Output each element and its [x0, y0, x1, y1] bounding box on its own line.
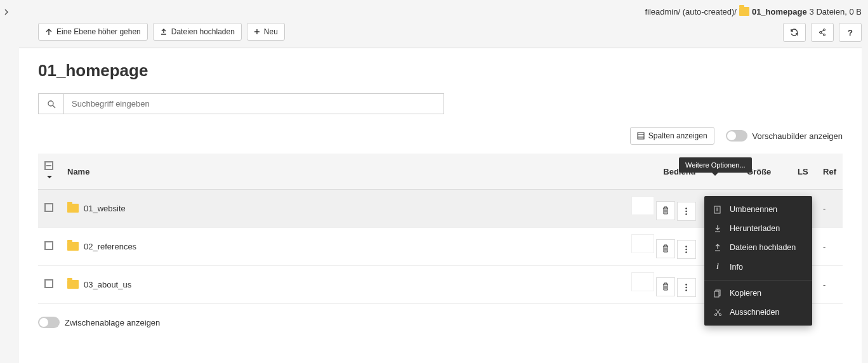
svg-point-10 — [685, 251, 687, 253]
row-name[interactable]: 02_references — [84, 242, 136, 251]
select-dropdown-icon[interactable] — [47, 176, 52, 181]
thumbnails-toggle[interactable] — [726, 130, 747, 142]
folder-icon — [739, 6, 749, 16]
menu-download[interactable]: Herunterladen — [704, 219, 812, 238]
delete-button[interactable] — [656, 201, 675, 220]
download-icon — [713, 225, 722, 232]
clipboard-toggle[interactable] — [38, 317, 60, 328]
row-name[interactable]: 01_website — [84, 204, 126, 213]
svg-point-6 — [685, 211, 687, 212]
svg-point-12 — [685, 287, 687, 288]
svg-rect-16 — [714, 291, 719, 297]
svg-point-13 — [685, 289, 687, 291]
svg-point-11 — [685, 284, 687, 285]
upload-button[interactable]: Dateien hochladen — [153, 23, 242, 41]
cut-icon — [713, 308, 722, 317]
folder-icon — [67, 242, 79, 251]
up-level-button[interactable]: Eine Ebene höher gehen — [38, 23, 148, 41]
breadcrumb: fileadmin/ (auto-created)/ 01_homepage 3… — [645, 6, 862, 16]
breadcrumb-root: fileadmin/ (auto-created)/ — [645, 7, 737, 16]
more-options-button[interactable] — [677, 278, 696, 297]
info-icon: i — [713, 262, 722, 272]
row-action-placeholder — [631, 196, 654, 215]
clipboard-label: Zwischenablage anzeigen — [65, 318, 160, 327]
folder-icon — [67, 204, 79, 213]
rename-icon — [713, 206, 722, 214]
row-checkbox[interactable] — [44, 203, 53, 212]
share-icon-button[interactable] — [811, 23, 834, 42]
col-ref[interactable]: Ref — [817, 154, 843, 190]
reload-icon-button[interactable] — [783, 23, 806, 42]
more-options-button[interactable] — [677, 240, 696, 259]
breadcrumb-stats: 3 Dateien, 0 B — [810, 7, 862, 16]
tooltip-more-options: Weitere Optionen... — [679, 157, 752, 173]
delete-button[interactable] — [656, 277, 675, 296]
thumbnails-label: Vorschaubilder anzeigen — [753, 131, 843, 141]
svg-point-5 — [685, 208, 687, 209]
menu-separator — [704, 280, 812, 280]
row-action-placeholder — [631, 272, 654, 291]
row-action-placeholder — [631, 234, 654, 253]
svg-point-8 — [685, 246, 687, 247]
new-button[interactable]: Neu — [247, 23, 285, 41]
menu-cut[interactable]: Ausschneiden — [704, 303, 812, 322]
menu-upload[interactable]: Dateien hochladen — [704, 238, 812, 257]
select-all-checkbox[interactable] — [44, 161, 53, 170]
columns-button[interactable]: Spalten anzeigen — [630, 127, 714, 145]
page-title: 01_homepage — [38, 61, 843, 81]
svg-point-3 — [48, 101, 53, 106]
row-checkbox[interactable] — [44, 241, 53, 250]
row-name[interactable]: 03_about_us — [84, 280, 131, 289]
menu-rename[interactable]: Umbenennen — [704, 200, 812, 219]
svg-point-7 — [685, 213, 687, 214]
search-icon — [38, 93, 63, 114]
help-icon-button[interactable]: ? — [839, 23, 862, 42]
menu-copy[interactable]: Kopieren — [704, 284, 812, 303]
folder-icon — [67, 280, 79, 289]
sidebar-toggle[interactable] — [3, 8, 10, 17]
copy-icon — [713, 289, 722, 298]
breadcrumb-current: 01_homepage — [752, 7, 807, 16]
menu-info[interactable]: i Info — [704, 257, 812, 277]
svg-rect-4 — [638, 133, 644, 139]
search-input[interactable] — [63, 93, 444, 114]
delete-button[interactable] — [656, 239, 675, 258]
svg-point-9 — [685, 249, 687, 250]
row-ref: - — [817, 190, 843, 228]
col-ls[interactable]: LS — [791, 154, 817, 190]
context-menu: Umbenennen Herunterladen Dateien hochlad… — [704, 196, 812, 326]
row-ref: - — [817, 228, 843, 266]
more-options-button[interactable] — [677, 202, 696, 221]
upload-icon — [713, 244, 722, 251]
row-ref: - — [817, 266, 843, 304]
col-name[interactable]: Name — [61, 154, 607, 190]
row-checkbox[interactable] — [44, 279, 53, 288]
